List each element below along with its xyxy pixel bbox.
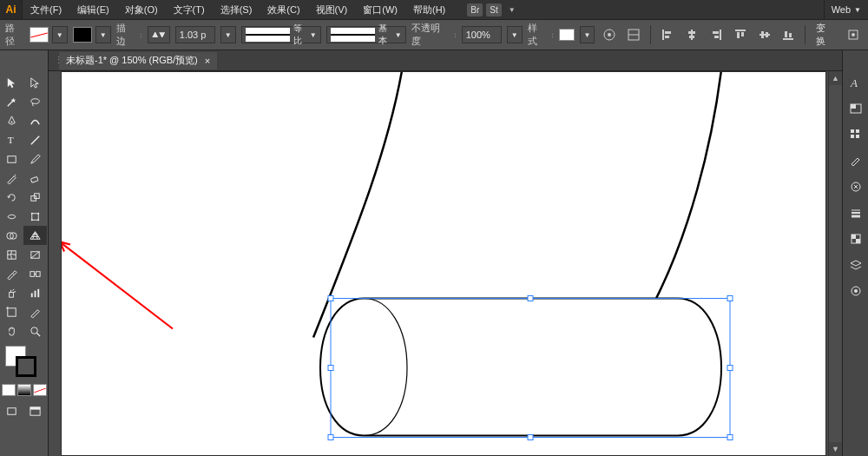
shape-builder-tool[interactable] (0, 226, 23, 245)
transform-button[interactable]: 变换 (812, 22, 838, 48)
width-tool[interactable] (0, 207, 23, 226)
pen-tool[interactable] (0, 111, 23, 130)
eraser-tool[interactable] (23, 169, 47, 188)
svg-rect-18 (737, 32, 740, 38)
menu-type[interactable]: 文字(T) (166, 0, 213, 19)
appearance-panel-icon[interactable] (846, 281, 865, 301)
menu-select[interactable]: 选择(S) (213, 0, 260, 19)
direct-selection-tool[interactable] (23, 73, 47, 92)
align-hcenter-icon[interactable] (682, 25, 701, 44)
brushes-panel-icon[interactable] (846, 151, 865, 170)
rectangle-tool[interactable] (0, 149, 23, 169)
color-panel-icon[interactable] (846, 99, 865, 118)
blend-tool[interactable] (23, 264, 47, 283)
canvas[interactable] (61, 71, 826, 456)
free-transform-tool[interactable] (23, 207, 47, 226)
svg-point-27 (852, 33, 855, 36)
fill-dropdown[interactable]: ▼ (52, 26, 68, 43)
symbols-panel-icon[interactable] (846, 177, 865, 196)
lasso-tool[interactable] (23, 92, 47, 111)
slice-tool[interactable] (23, 302, 47, 321)
stroke-stepper-icon[interactable]: ⯅⯆ (148, 26, 170, 43)
workspace-switcher[interactable]: Web ▼ (824, 0, 868, 19)
menu-view[interactable]: 视图(V) (308, 0, 356, 19)
svg-rect-65 (328, 366, 333, 371)
screen-mode-toggle[interactable] (23, 401, 47, 420)
line-tool[interactable] (23, 130, 47, 149)
scale-tool[interactable] (23, 188, 47, 207)
align-panel-icon[interactable] (624, 25, 643, 44)
graphic-style-swatch[interactable] (559, 29, 575, 41)
menu-edit[interactable]: 编辑(E) (69, 0, 117, 19)
menu-help[interactable]: 帮助(H) (405, 0, 453, 19)
profile-label: 等比 (293, 23, 306, 47)
chevron-down-icon: ▼ (854, 6, 861, 14)
align-right-icon[interactable] (707, 25, 726, 44)
character-panel-icon[interactable]: A (846, 73, 865, 92)
opacity-dropdown[interactable]: ▼ (507, 26, 523, 43)
gradient-tool[interactable] (23, 245, 47, 264)
menu-window[interactable]: 窗口(W) (355, 0, 405, 19)
swatches-panel-icon[interactable] (846, 125, 865, 144)
pencil-tool[interactable] (0, 169, 23, 188)
menu-object[interactable]: 对象(O) (117, 0, 166, 19)
recolor-icon[interactable] (600, 25, 619, 44)
align-vcenter-icon[interactable] (755, 25, 774, 44)
perspective-grid-tool[interactable] (23, 226, 47, 245)
scroll-down-icon[interactable]: ▼ (829, 442, 842, 456)
annotation-arrow (62, 242, 173, 329)
selection-handles[interactable] (328, 296, 733, 440)
color-mode-none[interactable] (33, 384, 47, 396)
close-tab-icon[interactable]: × (205, 56, 210, 66)
align-bottom-icon[interactable] (779, 25, 799, 44)
brush-definition[interactable]: 基本 ▼ (326, 26, 406, 43)
document-tab[interactable]: 未标题-1* @ 150% (RGB/预览) × (59, 52, 217, 69)
vertical-scrollbar[interactable]: ▲ ▼ (828, 71, 842, 456)
stroke-dropdown[interactable]: ▼ (95, 26, 111, 43)
svg-rect-36 (32, 213, 39, 220)
selection-tool[interactable] (0, 73, 23, 92)
mesh-tool[interactable] (0, 245, 23, 264)
curvature-tool[interactable] (23, 111, 47, 130)
type-tool[interactable]: T (0, 130, 23, 149)
bridge-badge[interactable]: Br (467, 3, 483, 17)
eyedropper-tool[interactable] (0, 264, 23, 283)
isolate-object-icon[interactable] (844, 25, 863, 44)
color-mode-gradient[interactable] (17, 384, 31, 396)
opacity-input[interactable] (462, 26, 502, 43)
transparency-panel-icon[interactable] (846, 229, 865, 248)
menu-effect[interactable]: 效果(C) (260, 0, 307, 19)
style-dropdown[interactable]: ▼ (580, 26, 595, 43)
stroke-panel-icon[interactable] (846, 203, 865, 222)
stock-badge[interactable]: St (486, 3, 501, 17)
variable-width-profile[interactable]: 等比 ▼ (241, 26, 321, 43)
paintbrush-tool[interactable] (23, 149, 47, 169)
control-bar: 路径 ▼ ▼ 描边 : ⯅⯆ ▼ 等比 ▼ 基本 ▼ 不透明度 : ▼ 样式 :… (0, 19, 868, 50)
magic-wand-tool[interactable] (0, 92, 23, 111)
layers-panel-icon[interactable] (846, 255, 865, 274)
stroke-indicator[interactable] (16, 356, 36, 377)
scroll-up-icon[interactable]: ▲ (829, 71, 842, 85)
fill-stroke-indicator[interactable] (0, 344, 48, 379)
stroke-swatch[interactable] (73, 27, 92, 43)
svg-rect-25 (789, 33, 792, 37)
svg-rect-75 (856, 129, 859, 133)
svg-rect-22 (766, 32, 768, 37)
align-top-icon[interactable] (731, 25, 750, 44)
style-label: 样式 (528, 22, 547, 48)
svg-text:A: A (850, 76, 858, 89)
fill-swatch[interactable] (30, 27, 49, 43)
menu-file[interactable]: 文件(F) (23, 0, 69, 19)
zoom-tool[interactable] (23, 321, 47, 340)
stroke-unit-dropdown[interactable]: ▼ (220, 26, 236, 43)
document-tab-strip: ⋮⋮ 未标题-1* @ 150% (RGB/预览) × (49, 50, 842, 71)
artboard-tool[interactable] (0, 302, 23, 321)
color-mode-solid[interactable] (2, 384, 16, 396)
screen-mode-normal[interactable] (0, 401, 23, 420)
rotate-tool[interactable] (0, 188, 23, 207)
hand-tool[interactable] (0, 321, 23, 340)
column-graph-tool[interactable] (23, 283, 47, 302)
symbol-sprayer-tool[interactable] (0, 283, 23, 302)
stroke-weight-input[interactable] (175, 26, 215, 43)
align-left-icon[interactable] (658, 25, 677, 44)
